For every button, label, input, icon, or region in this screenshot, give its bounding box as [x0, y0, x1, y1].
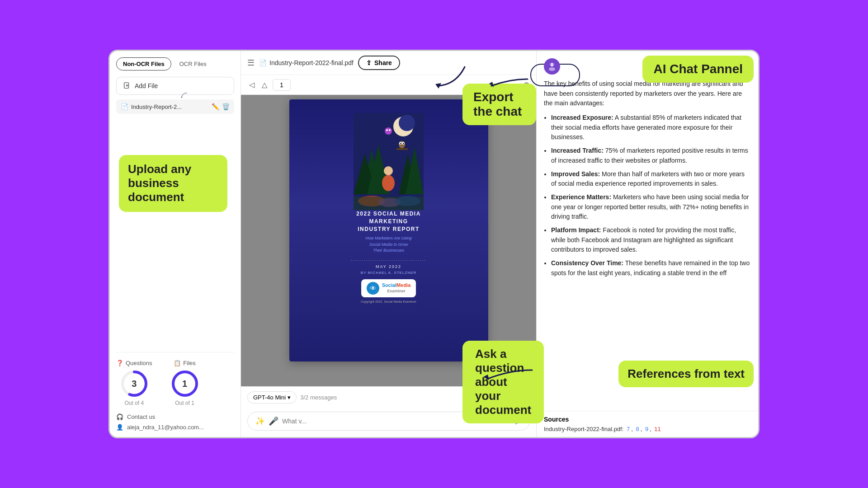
- pdf-filename-display: 📄 Industry-Report-2022-final.pdf: [259, 59, 354, 66]
- model-label: GPT-4o Mini: [253, 394, 286, 401]
- questions-stat: ❓ Questions 3 Out of 4: [116, 360, 152, 406]
- upload-callout-text: Upload any business document: [128, 162, 218, 205]
- ai-avatar-icon: [547, 61, 557, 72]
- add-file-icon: [123, 82, 131, 90]
- logo-icon: 👁: [370, 285, 376, 292]
- questions-icon: ❓: [116, 360, 123, 366]
- source-link: Industry-Report-2022-final.pdf: 7, 8, 9,…: [544, 426, 751, 432]
- files-icon: 📋: [174, 360, 181, 366]
- benefit-exposure: Increased Exposure: A substantial 85% of…: [551, 113, 751, 142]
- tab-ocr[interactable]: OCR Files: [173, 57, 213, 70]
- ai-avatar: [544, 58, 560, 75]
- prev-page-triangle[interactable]: ◁: [247, 79, 256, 91]
- source-page-11[interactable]: 11: [654, 426, 660, 432]
- chat-input-callout: Ask a question about your document: [462, 341, 544, 423]
- files-value: 1: [182, 379, 187, 389]
- source-page-8[interactable]: 8: [636, 426, 639, 432]
- sources-title: Sources: [544, 416, 751, 423]
- svg-point-22: [384, 166, 393, 175]
- pdf-copyright: Copyright 2022, Social Media Examiner: [361, 300, 416, 303]
- tab-non-ocr[interactable]: Non-OCR Files: [116, 57, 171, 70]
- pdf-page-inner: 2022 SOCIAL MEDIAMARKETINGINDUSTRY REPOR…: [289, 99, 488, 361]
- files-stat: 📋 Files 1 Out of 1: [170, 360, 199, 406]
- source-page-9[interactable]: 9: [645, 426, 648, 432]
- svg-point-20: [403, 143, 404, 144]
- add-file-arrow: [180, 92, 188, 100]
- pdf-main-title: 2022 SOCIAL MEDIAMARKETINGINDUSTRY REPOR…: [351, 210, 426, 233]
- ai-panel-callout: AI Chat Pannel: [642, 56, 754, 83]
- delete-icon[interactable]: 🗑️: [222, 103, 230, 110]
- source-filename: Industry-Report-2022-final.pdf:: [544, 426, 623, 432]
- chat-input-callout-text: Ask a question about your document: [475, 347, 531, 417]
- prev-page-button[interactable]: △: [260, 79, 269, 91]
- mic-button[interactable]: 🎤: [269, 416, 278, 426]
- share-label: Share: [374, 59, 392, 66]
- benefit-experience: Experience Matters: Marketers who have b…: [551, 192, 751, 222]
- svg-point-9: [399, 115, 415, 131]
- questions-total: Out of 4: [124, 400, 144, 406]
- pdf-illustration: [354, 113, 424, 210]
- files-progress: 1: [170, 369, 199, 398]
- contact-icon: 🎧: [116, 413, 123, 420]
- file-item: 📄 Industry-Report-2... ✏️ 🗑️: [116, 99, 234, 114]
- pdf-title-block: 2022 SOCIAL MEDIAMARKETINGINDUSTRY REPOR…: [351, 210, 426, 275]
- benefit-platform: Platform Impact: Facebook is noted for p…: [551, 225, 751, 255]
- add-file-label: Add File: [135, 82, 158, 89]
- svg-point-29: [389, 129, 391, 131]
- svg-point-21: [382, 175, 395, 191]
- stats-row: ❓ Questions 3 Out of 4 📋: [116, 360, 234, 406]
- user-row: 👤 aleja_ndra_11@yahoo.com...: [116, 424, 234, 431]
- benefit-consistency: Consistency Over Time: These benefits ha…: [551, 258, 751, 278]
- share-icon: ⇪: [366, 59, 372, 66]
- export-callout: Export the chat: [462, 84, 536, 125]
- upload-callout: Upload any business document: [119, 155, 227, 212]
- pdf-file-icon: 📄: [259, 59, 267, 66]
- pdf-subtitle: How Marketers Are UsingSocial Media to G…: [351, 235, 426, 254]
- benefit-sales: Improved Sales: More than half of market…: [551, 169, 751, 189]
- add-file-button[interactable]: Add File: [116, 77, 234, 95]
- svg-rect-15: [396, 148, 408, 150]
- svg-marker-1: [181, 97, 183, 98]
- pdf-author: BY MICHAEL A. STELZNER: [351, 271, 426, 275]
- user-icon: 👤: [116, 424, 123, 431]
- chevron-down-icon: ▾: [288, 394, 291, 401]
- file-actions: ✏️ 🗑️: [212, 103, 230, 110]
- svg-point-32: [549, 67, 555, 71]
- svg-point-19: [400, 143, 401, 144]
- sources-section: Sources Industry-Report-2022-final.pdf: …: [537, 411, 758, 437]
- svg-point-16: [399, 141, 405, 148]
- sparkle-button[interactable]: ✨: [255, 416, 265, 426]
- file-name: Industry-Report-2...: [131, 103, 209, 110]
- menu-button[interactable]: ☰: [247, 58, 255, 68]
- pdf-dots: ...................................: [351, 257, 426, 262]
- questions-label: Questions: [126, 360, 152, 366]
- pdf-date: MAY 2022: [351, 264, 426, 269]
- model-selector[interactable]: GPT-4o Mini ▾: [247, 391, 297, 404]
- files-label: Files: [183, 360, 195, 366]
- page-number-input[interactable]: [273, 79, 291, 91]
- chat-intro-text: The key benefits of using social media f…: [544, 79, 751, 108]
- references-callout: References from text: [618, 361, 754, 387]
- pdf-viewer: ☰ 📄 Industry-Report-2022-final.pdf ⇪ Sha…: [241, 51, 537, 437]
- source-page-7[interactable]: 7: [627, 426, 630, 432]
- svg-point-34: [553, 63, 555, 65]
- share-button[interactable]: ⇪ Share: [358, 56, 400, 70]
- questions-value: 3: [132, 379, 137, 389]
- file-type-tabs: Non-OCR Files OCR Files: [116, 57, 234, 70]
- benefit-traffic: Increased Traffic: 75% of marketers repo…: [551, 146, 751, 165]
- message-count: 3/2 messages: [300, 394, 337, 401]
- pdf-logo-area: 👁 SocialMediaExaminer: [361, 279, 416, 297]
- edit-icon[interactable]: ✏️: [212, 103, 219, 110]
- svg-point-27: [385, 127, 392, 135]
- pdf-toolbar: ☰ 📄 Industry-Report-2022-final.pdf ⇪ Sha…: [241, 51, 536, 75]
- contact-label[interactable]: Contact us: [127, 413, 155, 420]
- svg-rect-26: [354, 197, 424, 210]
- pdf-logo-text: SocialMediaExaminer: [382, 282, 411, 294]
- chat-panel: AI Chat Pannel The key benefits of using…: [537, 51, 758, 437]
- svg-point-28: [386, 129, 388, 131]
- questions-progress: 3: [120, 369, 149, 398]
- pdf-page: 2022 SOCIAL MEDIAMARKETINGINDUSTRY REPOR…: [289, 99, 488, 361]
- contact-row: 🎧 Contact us: [116, 413, 234, 420]
- stats-section: ❓ Questions 3 Out of 4 📋: [116, 352, 234, 431]
- user-email: aleja_ndra_11@yahoo.com...: [127, 424, 204, 431]
